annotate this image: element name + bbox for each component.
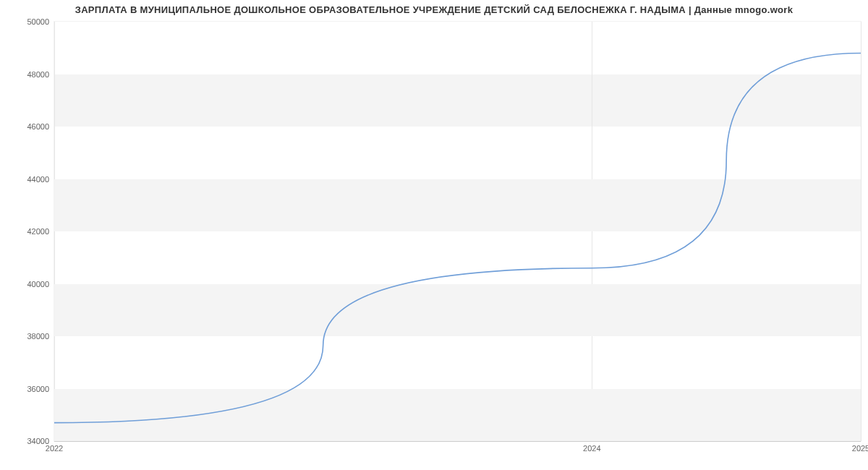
x-tick-label: 2024	[583, 444, 600, 453]
y-tick-label: 48000	[6, 70, 49, 79]
chart-container: ЗАРПЛАТА В МУНИЦИПАЛЬНОЕ ДОШКОЛЬНОЕ ОБРА…	[0, 0, 868, 470]
y-tick-label: 50000	[6, 17, 49, 26]
x-tick-label: 2025	[852, 444, 868, 453]
line-series	[54, 22, 861, 441]
y-tick-label: 40000	[6, 280, 49, 289]
y-tick-label: 42000	[6, 227, 49, 236]
chart-title: ЗАРПЛАТА В МУНИЦИПАЛЬНОЕ ДОШКОЛЬНОЕ ОБРА…	[0, 4, 868, 15]
y-tick-label: 36000	[6, 385, 49, 393]
y-tick-label: 38000	[6, 332, 49, 341]
line-path	[54, 54, 861, 423]
x-axis-line	[54, 441, 861, 442]
x-tick-label: 2022	[46, 444, 63, 453]
y-tick-label: 46000	[6, 122, 49, 131]
plot-area	[54, 22, 861, 441]
y-tick-label: 34000	[6, 437, 49, 445]
y-tick-label: 44000	[6, 175, 49, 184]
